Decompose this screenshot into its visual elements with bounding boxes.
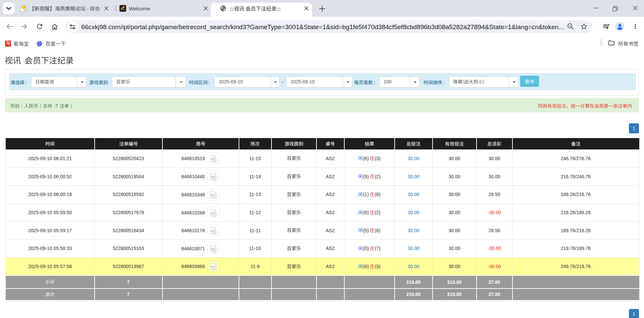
svg-text:du: du bbox=[38, 44, 41, 46]
